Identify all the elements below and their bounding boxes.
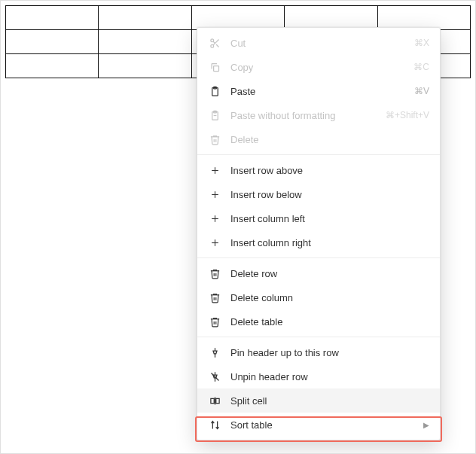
plus-icon [208,236,221,249]
menu-label: Sort table [230,419,419,431]
menu-split-cell[interactable]: Split cell [197,388,440,413]
copy-icon [208,60,221,74]
menu-paste[interactable]: Paste ⌘V [197,79,440,103]
menu-separator [197,154,440,155]
menu-label: Paste without formatting [230,110,386,121]
trash-icon [208,291,221,304]
unpin-icon [208,370,221,383]
svg-rect-5 [213,66,218,71]
menu-unpin-header[interactable]: Unpin header row [197,364,440,388]
svg-point-0 [210,38,213,41]
plus-icon [208,163,221,177]
menu-shortcut: ⌘C [413,62,429,72]
clipboard-plain-icon [208,108,221,122]
menu-insert-row-above[interactable]: Insert row above [197,158,440,182]
svg-point-1 [210,44,213,47]
menu-cut: Cut ⌘X [197,31,440,55]
menu-label: Delete column [230,292,429,303]
menu-delete-column[interactable]: Delete column [197,285,440,309]
menu-shortcut: ⌘X [414,38,429,48]
menu-insert-row-below[interactable]: Insert row below [197,182,440,206]
menu-delete-row[interactable]: Delete row [197,261,440,285]
menu-delete-table[interactable]: Delete table [197,309,440,334]
trash-icon [208,267,221,280]
menu-label: Insert column right [230,237,429,248]
menu-label: Insert column left [230,213,429,224]
svg-rect-21 [215,398,218,403]
menu-copy: Copy ⌘C [197,55,440,79]
trash-icon [208,133,221,146]
menu-pin-header[interactable]: Pin header up to this row [197,340,440,364]
menu-label: Insert row above [230,165,429,176]
menu-label: Paste [230,86,414,97]
scissors-icon [208,36,221,50]
plus-icon [208,212,221,225]
menu-insert-column-left[interactable]: Insert column left [197,206,440,230]
menu-delete: Delete [197,127,440,151]
pin-icon [208,346,221,359]
menu-separator [197,257,440,258]
plus-icon [208,187,221,201]
sort-icon [208,418,221,431]
menu-insert-column-right[interactable]: Insert column right [197,230,440,254]
split-cell-icon [208,394,221,407]
menu-label: Delete [230,134,429,145]
svg-line-4 [213,41,215,43]
menu-label: Delete row [230,268,429,279]
menu-label: Split cell [230,395,429,407]
svg-rect-20 [210,398,213,403]
menu-shortcut: ⌘V [414,86,429,96]
trash-icon [208,315,221,328]
table-context-menu[interactable]: Cut ⌘X Copy ⌘C Paste ⌘V [197,27,441,440]
menu-separator [197,337,440,337]
menu-label: Copy [230,62,413,73]
svg-line-3 [216,44,218,47]
menu-label: Pin header up to this row [230,347,429,358]
table-row [6,6,471,30]
menu-label: Cut [230,38,414,49]
menu-shortcut: ⌘+Shift+V [386,110,429,120]
app-stage: Cut ⌘X Copy ⌘C Paste ⌘V [0,0,476,454]
menu-paste-plain: Paste without formatting ⌘+Shift+V [197,103,440,127]
menu-label: Insert row below [230,189,429,200]
chevron-right-icon: ▶ [423,421,429,429]
clipboard-icon [208,84,221,98]
menu-label: Delete table [230,316,429,328]
menu-label: Unpin header row [230,371,429,382]
menu-sort-table[interactable]: Sort table ▶ [197,413,440,437]
